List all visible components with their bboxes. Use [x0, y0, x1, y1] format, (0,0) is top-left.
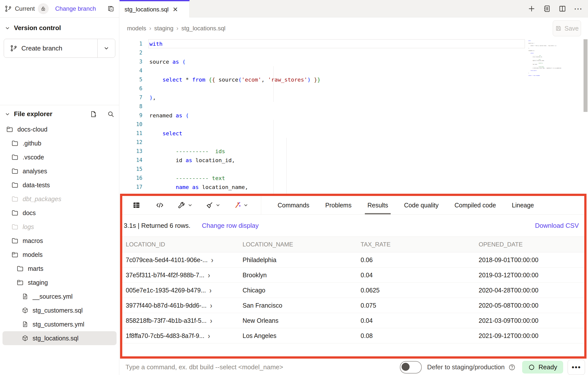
panel-tab-code-quality[interactable]: Code quality: [396, 196, 447, 214]
code-line-2[interactable]: 2: [120, 48, 588, 57]
expand-cell-icon[interactable]: ›: [208, 270, 210, 280]
copy-icon[interactable]: [107, 5, 115, 12]
create-branch-dropdown[interactable]: [97, 39, 115, 57]
code-line-17[interactable]: 17 name as location_name,: [120, 183, 588, 191]
defer-toggle[interactable]: [400, 361, 422, 374]
expand-cell-icon[interactable]: ›: [211, 255, 213, 264]
expand-cell-icon[interactable]: ›: [210, 301, 212, 310]
breadcrumb-part[interactable]: models: [127, 25, 146, 32]
tree-item-marts[interactable]: marts: [2, 262, 117, 276]
tab-stg-locations[interactable]: stg_locations.sql ✕: [120, 0, 190, 17]
new-file-icon[interactable]: [90, 110, 97, 118]
table-row[interactable]: 37e5f311-b7f4-4f2f-988b-7...›Brooklyn0.0…: [122, 268, 584, 283]
git-branch-icon: [4, 5, 12, 12]
expand-cell-icon[interactable]: ›: [208, 331, 210, 340]
folder-open-icon: [6, 126, 13, 133]
column-header-opened_date[interactable]: OPENED_DATE: [475, 237, 584, 252]
create-branch-split-button: Create branch: [4, 39, 115, 58]
code-line-11[interactable]: 11 select: [120, 129, 588, 138]
tree-item-staging[interactable]: staging: [2, 276, 117, 289]
panel-tab-results[interactable]: Results: [359, 196, 396, 214]
code-line-8[interactable]: 8: [120, 102, 588, 111]
code-line-7[interactable]: 7),: [120, 93, 588, 102]
tree-item--sources-yml[interactable]: __sources.yml: [2, 289, 117, 303]
split-editor-icon[interactable]: [558, 5, 566, 13]
search-icon[interactable]: [107, 110, 115, 118]
tree-item-docs[interactable]: docs: [2, 206, 117, 220]
line-number: 3: [120, 59, 149, 65]
build-wrench-icon[interactable]: [174, 201, 196, 209]
format-broom-icon[interactable]: [202, 201, 224, 209]
tree-item-docs-cloud[interactable]: docs-cloud: [2, 122, 117, 136]
editor-scrollbar[interactable]: [584, 39, 588, 112]
version-control-header[interactable]: Version control: [0, 18, 119, 34]
panel-tab-problems[interactable]: Problems: [317, 196, 360, 214]
expand-cell-icon[interactable]: ›: [210, 316, 212, 325]
panel-tab-compiled-code[interactable]: Compiled code: [447, 196, 504, 214]
editor-minimap[interactable]: with source as ( select * from {{ source…: [528, 40, 561, 76]
ready-label: Ready: [539, 363, 557, 371]
tree-item-stg-locations-sql[interactable]: stg_locations.sql: [2, 331, 117, 345]
help-icon[interactable]: [508, 364, 516, 371]
panel-tab-commands[interactable]: Commands: [270, 196, 317, 214]
folder-icon: [16, 265, 24, 272]
save-button[interactable]: Save: [553, 20, 581, 36]
indent-guide: [286, 138, 287, 194]
panel-tab-lineage[interactable]: Lineage: [504, 196, 542, 214]
tree-item-stg-customers-yml[interactable]: stg_customers.yml: [2, 317, 117, 331]
code-line-15[interactable]: 15: [120, 165, 588, 174]
table-row[interactable]: 005e7e1c-1935-4269-b479...›Chicago0.0625…: [122, 283, 584, 298]
code-line-6[interactable]: 6: [120, 84, 588, 93]
table-row[interactable]: 1f8ffa70-7cb5-4d83-8a7f-9...›Los Angeles…: [122, 328, 584, 343]
notebook-icon[interactable]: [543, 5, 551, 13]
breadcrumb-part[interactable]: stg_locations.sql: [181, 25, 225, 32]
code-line-16[interactable]: 16 ---------- text: [120, 174, 588, 183]
tree-item-models[interactable]: models: [2, 248, 117, 262]
status-badge[interactable]: Ready: [522, 361, 563, 374]
tree-item-label: stg_customers.sql: [33, 307, 83, 314]
line-number: 15: [120, 166, 149, 172]
table-row[interactable]: 3977f440-b87d-461b-9dd6-...›San Francisc…: [122, 298, 584, 313]
code-line-3[interactable]: 3source as (: [120, 57, 588, 66]
more-options-icon[interactable]: ⋯: [574, 4, 583, 14]
tree-item--vscode[interactable]: .vscode: [2, 150, 117, 164]
column-header-location_name[interactable]: LOCATION_NAME: [239, 237, 357, 252]
close-tab-icon[interactable]: ✕: [172, 6, 178, 13]
table-row[interactable]: 858218fb-73f7-4b1b-a31f-5...›New Orleans…: [122, 313, 584, 328]
tree-item-macros[interactable]: macros: [2, 234, 117, 248]
code-line-9[interactable]: 9renamed as (: [120, 111, 588, 120]
command-input[interactable]: [125, 363, 400, 371]
compile-code-icon[interactable]: [152, 201, 168, 209]
table-row[interactable]: 7c079cea-5ed4-4101-906e-...›Philadelphia…: [122, 252, 584, 268]
code-line-5[interactable]: 5 select * from {{ source('ecom', 'raw_s…: [120, 75, 588, 84]
expand-cell-icon[interactable]: ›: [210, 285, 212, 295]
code-line-12[interactable]: 12: [120, 138, 588, 147]
code-line-10[interactable]: 10: [120, 120, 588, 129]
file-explorer-header[interactable]: File explorer: [0, 105, 119, 120]
preview-table-icon[interactable]: [129, 201, 144, 209]
tree-item-stg-customers-sql[interactable]: stg_customers.sql: [2, 303, 117, 317]
download-csv-link[interactable]: Download CSV: [535, 222, 579, 230]
column-header-location_id[interactable]: LOCATION_ID: [122, 237, 239, 252]
tree-item-dbt-packages[interactable]: dbt_packages: [2, 192, 117, 206]
folder-icon: [11, 195, 19, 203]
code-line-1[interactable]: 1with: [120, 39, 588, 48]
change-branch-link[interactable]: Change branch: [55, 5, 96, 12]
code-line-13[interactable]: 13 ---------- ids: [120, 147, 588, 156]
code-line-4[interactable]: 4: [120, 66, 588, 75]
create-branch-button[interactable]: Create branch: [4, 39, 97, 57]
column-header-tax_rate[interactable]: TAX_RATE: [357, 237, 475, 252]
cell-value: 3977f440-b87d-461b-9dd6-...: [126, 302, 207, 309]
breadcrumb-part[interactable]: staging: [154, 25, 173, 32]
code-line-14[interactable]: 14 id as location_id,: [120, 156, 588, 165]
tree-item-analyses[interactable]: analyses: [2, 164, 117, 178]
change-row-display-link[interactable]: Change row display: [202, 222, 258, 230]
tree-item--github[interactable]: .github: [2, 136, 117, 150]
ide-more-button[interactable]: •••: [568, 360, 585, 375]
new-tab-icon[interactable]: [528, 5, 536, 13]
tree-item-data-tests[interactable]: data-tests: [2, 178, 117, 192]
ai-fix-icon[interactable]: [230, 201, 252, 209]
tree-item-logs[interactable]: logs: [2, 220, 117, 234]
cell-value: 005e7e1c-1935-4269-b479...: [126, 287, 206, 294]
tree-item-label: macros: [23, 237, 43, 244]
